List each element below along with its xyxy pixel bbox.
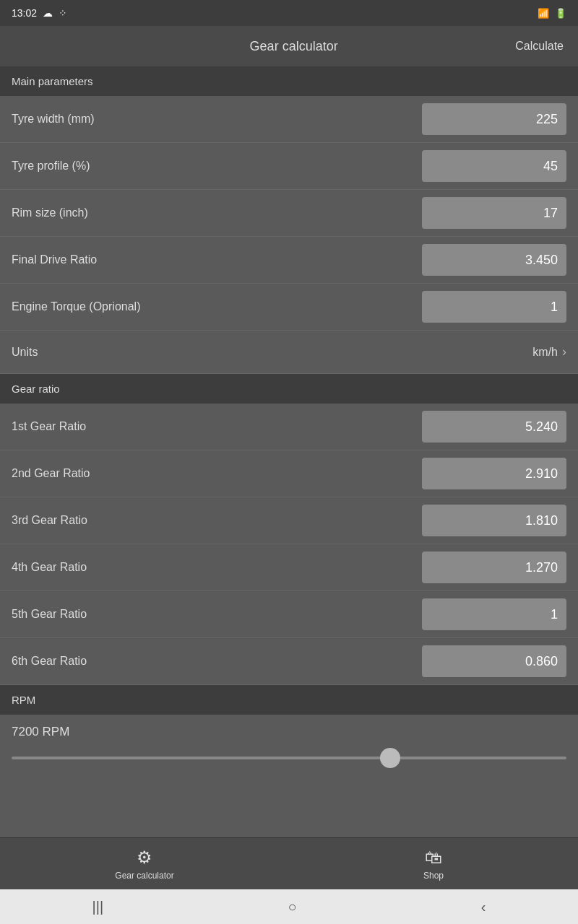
final-drive-ratio-row: Final Drive Ratio: [0, 237, 578, 284]
gear-calc-icon: ⚙: [137, 847, 152, 868]
rim-size-input[interactable]: [422, 197, 566, 229]
status-time: 13:02: [12, 7, 37, 19]
tyre-width-input[interactable]: [422, 103, 566, 135]
units-value-container: km/h ›: [532, 344, 566, 359]
units-label: Units: [12, 346, 38, 359]
wifi-icon: 📶: [538, 8, 549, 19]
gear-6-label: 6th Gear Ratio: [12, 655, 87, 668]
rpm-value-row: 7200 RPM: [0, 715, 578, 744]
app-title: Gear calculator: [72, 39, 515, 54]
gear-2-input[interactable]: [422, 458, 566, 489]
status-bar-left: 13:02 ☁ ⁘: [12, 7, 67, 19]
shop-icon: 🛍: [425, 847, 442, 868]
android-home-button[interactable]: ○: [273, 893, 311, 921]
gear-4-label: 4th Gear Ratio: [12, 561, 87, 574]
nav-shop[interactable]: 🛍 Shop: [289, 842, 578, 886]
chevron-right-icon: ›: [562, 344, 566, 359]
gear-6-row: 6th Gear Ratio: [0, 638, 578, 685]
tyre-profile-label: Tyre profile (%): [12, 160, 90, 173]
engine-torque-label: Engine Torque (Oprional): [12, 300, 140, 313]
nav-shop-label: Shop: [423, 871, 444, 881]
android-back-button[interactable]: ‹: [467, 893, 501, 921]
units-row[interactable]: Units km/h ›: [0, 331, 578, 374]
dots-icon: ⁘: [59, 7, 67, 19]
status-bar: 13:02 ☁ ⁘ 📶 🔋: [0, 0, 578, 26]
units-value-text: km/h: [532, 346, 558, 359]
rim-size-label: Rim size (inch): [12, 206, 88, 219]
gear-6-input[interactable]: [422, 645, 566, 677]
gear-3-row: 3rd Gear Ratio: [0, 497, 578, 544]
top-bar: Gear calculator Calculate: [0, 26, 578, 66]
nav-gear-calc[interactable]: ⚙ Gear calculator: [0, 842, 289, 886]
rpm-slider[interactable]: [12, 757, 566, 759]
gear-3-input[interactable]: [422, 505, 566, 536]
weather-icon: ☁: [43, 7, 53, 19]
gear-5-input[interactable]: [422, 598, 566, 630]
nav-gear-calc-label: Gear calculator: [115, 871, 173, 881]
engine-torque-row: Engine Torque (Oprional): [0, 284, 578, 331]
gear-4-row: 4th Gear Ratio: [0, 544, 578, 591]
gear-1-label: 1st Gear Ratio: [12, 420, 86, 433]
rpm-header: RPM: [0, 685, 578, 715]
bottom-nav: ⚙ Gear calculator 🛍 Shop: [0, 837, 578, 889]
tyre-width-label: Tyre width (mm): [12, 113, 95, 126]
battery-icon: 🔋: [555, 8, 566, 19]
engine-torque-input[interactable]: [422, 291, 566, 323]
status-bar-right: 📶 🔋: [538, 8, 566, 19]
android-menu-button[interactable]: |||: [78, 893, 118, 921]
gear-4-input[interactable]: [422, 552, 566, 583]
main-params-header: Main parameters: [0, 66, 578, 96]
final-drive-ratio-input[interactable]: [422, 244, 566, 276]
rim-size-row: Rim size (inch): [0, 190, 578, 237]
gear-3-label: 3rd Gear Ratio: [12, 514, 87, 527]
tyre-width-row: Tyre width (mm): [0, 96, 578, 143]
rpm-value-text: 7200 RPM: [12, 725, 69, 739]
gear-1-input[interactable]: [422, 411, 566, 443]
final-drive-ratio-label: Final Drive Ratio: [12, 253, 97, 266]
gear-ratio-header: Gear ratio: [0, 374, 578, 404]
gear-5-label: 5th Gear Ratio: [12, 608, 87, 621]
tyre-profile-input[interactable]: [422, 150, 566, 182]
gear-5-row: 5th Gear Ratio: [0, 591, 578, 638]
gear-2-row: 2nd Gear Ratio: [0, 450, 578, 497]
calculate-button[interactable]: Calculate: [515, 40, 564, 53]
gear-1-row: 1st Gear Ratio: [0, 404, 578, 450]
rpm-slider-container: [0, 744, 578, 774]
main-content: Main parameters Tyre width (mm) Tyre pro…: [0, 66, 578, 837]
android-nav-bar: ||| ○ ‹: [0, 889, 578, 924]
tyre-profile-row: Tyre profile (%): [0, 143, 578, 190]
gear-2-label: 2nd Gear Ratio: [12, 467, 90, 480]
